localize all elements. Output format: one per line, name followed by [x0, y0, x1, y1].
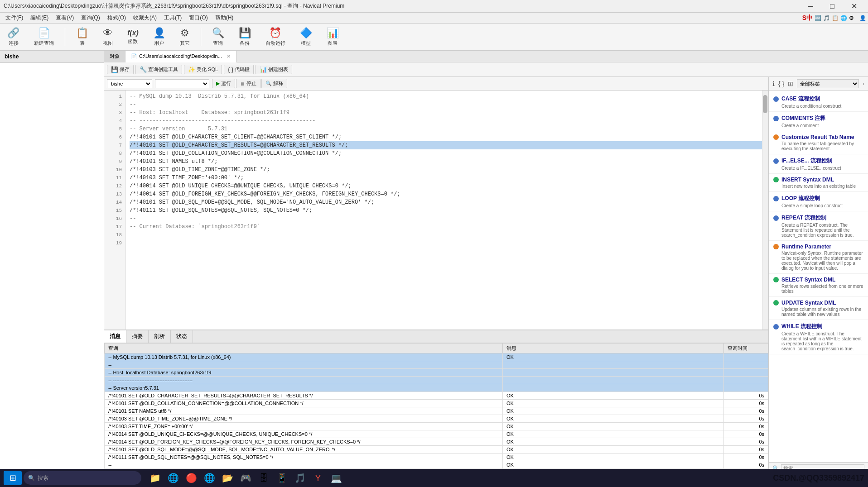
toolbar-other[interactable]: ⚙ 其它 [176, 25, 193, 48]
taskbar-explorer[interactable]: 📁 [147, 470, 163, 486]
taskbar-app1[interactable]: 🔴 [183, 470, 199, 486]
stop-button[interactable]: ⏹ 停止 [236, 79, 260, 88]
toolbar-connect[interactable]: 🔗 连接 [4, 25, 23, 48]
toolbar-view[interactable]: 👁 视图 [99, 25, 116, 48]
function-icon: f(x) [127, 29, 139, 37]
taskbar-app2[interactable]: 🎮 [237, 470, 254, 486]
user-avatar[interactable]: 👤 [859, 15, 866, 21]
table-selector[interactable] [155, 79, 209, 88]
toolbar-backup[interactable]: 💾 备份 [235, 25, 255, 48]
menu-favorites[interactable]: 收藏夹(A) [130, 13, 160, 23]
tab-query-file[interactable]: 📄 C:\Users\xiaocaicoding\Desktop\din... … [125, 51, 236, 62]
menu-query[interactable]: 查询(Q) [77, 13, 103, 23]
editor-scrollbar-v[interactable] [762, 91, 768, 329]
code-snippet-button[interactable]: { } 代码段 [224, 65, 254, 74]
snippet-dot [773, 96, 779, 102]
snippet-title: UPDATE Syntax DML [773, 300, 863, 306]
scroll-thumb[interactable] [763, 95, 767, 113]
snippet-item-repeat[interactable]: REPEAT 流程控制 Create a REPEAT construct. T… [769, 211, 868, 241]
toolbar-user[interactable]: 👤 用户 [149, 25, 169, 48]
beautify-button[interactable]: ✨ 美化 SQL [184, 65, 222, 74]
toolbar-table[interactable]: 📋 表 [72, 25, 92, 48]
result-msg: OK [503, 423, 724, 430]
snippet-item-select-syntax[interactable]: SELECT Syntax DML Retrieve rows selected… [769, 274, 868, 297]
snippet-item-loop[interactable]: LOOP 流程控制 Create a simple loop construct [769, 192, 868, 211]
info-icon[interactable]: ℹ [772, 80, 775, 87]
snippet-dot [773, 277, 779, 282]
db-selector[interactable]: bishe [107, 79, 152, 88]
snippet-dot [773, 244, 779, 249]
query-builder-button[interactable]: 🔧 查询创建工具 [135, 65, 182, 74]
snippet-item-update-syntax[interactable]: UPDATE Syntax DML Updates columns of exi… [769, 297, 868, 320]
snippet-item-runtime-param[interactable]: Runtime Parameter Navicat-only Syntax. R… [769, 241, 868, 274]
menu-file[interactable]: 文件(F) [2, 13, 27, 23]
taskbar-app3[interactable]: 📱 [274, 470, 290, 486]
sql-toolbar: 💾 保存 🔧 查询创建工具 ✨ 美化 SQL { } 代码段 📊 创建图表 [104, 62, 868, 77]
expand-right-icon[interactable]: › [863, 81, 864, 87]
explain-button[interactable]: 🔍 解释 [261, 79, 287, 88]
taskbar-app4[interactable]: 🎵 [292, 470, 308, 486]
start-button[interactable]: ⊞ [4, 471, 22, 485]
table-row: /*!40111 SET @OLD_SQL_NOTES=@@SQL_NOTES,… [105, 454, 768, 461]
toolbar-model[interactable]: 🔷 模型 [296, 25, 316, 48]
close-tab-icon[interactable]: ✕ [227, 53, 231, 59]
toolbar-chart[interactable]: 📊 图表 [323, 25, 342, 48]
code-editor[interactable]: 12345678910111213141516171819 -- MySQL d… [104, 91, 768, 329]
code-icon[interactable]: { } [778, 80, 784, 87]
menu-format[interactable]: 格式(O) [104, 13, 130, 23]
taskbar-chrome[interactable]: 🌐 [201, 470, 217, 486]
snippet-item-insert-syntax[interactable]: INSERT Syntax DML Insert new rows into a… [769, 174, 868, 192]
lang-icon: S中 [802, 14, 813, 22]
create-graph-button[interactable]: 📊 创建图表 [256, 65, 292, 74]
toolbar-function[interactable]: f(x) 函数 [124, 27, 142, 47]
code-line-18: -- [130, 215, 765, 223]
tab-object[interactable]: 对象 [104, 51, 125, 62]
minimize-button[interactable]: ─ [800, 0, 821, 13]
tab-profiler[interactable]: 剖析 [149, 330, 171, 343]
toolbar-query[interactable]: 🔍 查询 [208, 25, 228, 48]
result-time: 0s [724, 407, 768, 415]
tab-summary[interactable]: 摘要 [126, 330, 149, 343]
run-button[interactable]: ▶ 运行 [212, 79, 235, 88]
table-row: /*!40014 SET @OLD_UNIQUE_CHECKS=@@UNIQUE… [105, 430, 768, 438]
menu-window[interactable]: 窗口(O) [185, 13, 211, 23]
menu-view[interactable]: 查看(V) [52, 13, 77, 23]
menu-tools[interactable]: 工具(T) [160, 13, 185, 23]
taskbar-app5[interactable]: Y [310, 470, 326, 486]
grid-icon[interactable]: ⊞ [788, 80, 793, 87]
taskbar-browser1[interactable]: 🌐 [165, 470, 181, 486]
toolbar-schedule[interactable]: ⏰ 自动运行 [262, 25, 289, 48]
tab-messages[interactable]: 消息 [104, 330, 126, 343]
table-row: -- [105, 361, 768, 369]
stop-icon: ⏹ [240, 81, 245, 86]
snippet-desc: Insert new rows into an existing table [773, 184, 863, 189]
close-button[interactable]: ✕ [844, 0, 864, 13]
taskbar-folder[interactable]: 📂 [219, 470, 236, 486]
snippet-item-while[interactable]: WHILE 流程控制 Create a WHILE construct. The… [769, 320, 868, 354]
snippet-item-case[interactable]: CASE 流程控制 Create a conditional construct [769, 92, 868, 112]
tag-selector[interactable]: 全部标签 [797, 79, 859, 88]
snippet-item-customize-result-tab[interactable]: Customize Result Tab Name To name the re… [769, 131, 868, 154]
result-query: /*!40103 SET TIME_ZONE='+00:00' */ [105, 423, 503, 430]
other-icon: ⚙ [180, 27, 189, 39]
snippet-item-if-else[interactable]: IF...ELSE... 流程控制 Create a IF...ELSE...c… [769, 154, 868, 174]
code-line-14: /*!40014 SET @OLD_FOREIGN_KEY_CHECKS=@@F… [130, 190, 765, 198]
taskbar-search[interactable]: 🔍 搜索 [24, 471, 141, 485]
taskbar-navicat[interactable]: 🗄 [256, 470, 272, 486]
table-row: /*!40103 SET @OLD_TIME_ZONE=@@TIME_ZONE … [105, 415, 768, 423]
menu-edit[interactable]: 编辑(E) [27, 13, 52, 23]
schedule-icon: ⏰ [269, 27, 281, 39]
result-query: /*!40101 SET @OLD_COLLATION_CONNECTION=@… [105, 400, 503, 407]
toolbar-new-query[interactable]: 📄 新建查询 [30, 25, 58, 48]
code-content[interactable]: -- MySQL dump 10.13 Distrib 5.7.31, for … [126, 91, 768, 329]
menu-help[interactable]: 帮助(H) [212, 13, 237, 23]
sidebar-db-name[interactable]: bishe [0, 51, 104, 63]
code-line-3: -- Host: localhost Database: springboot2… [130, 109, 765, 117]
maximize-button[interactable]: □ [822, 0, 843, 13]
save-button[interactable]: 💾 保存 [107, 65, 134, 74]
snippet-item-comments[interactable]: COMMENTS 注释 Create a comment [769, 112, 868, 131]
taskbar-app6[interactable]: 💻 [328, 470, 344, 486]
selector-row: bishe ▶ 运行 ⏹ 停止 [104, 77, 768, 91]
tab-status[interactable]: 状态 [171, 330, 193, 343]
snippet-desc: To name the result tab generated by exec… [773, 141, 863, 151]
